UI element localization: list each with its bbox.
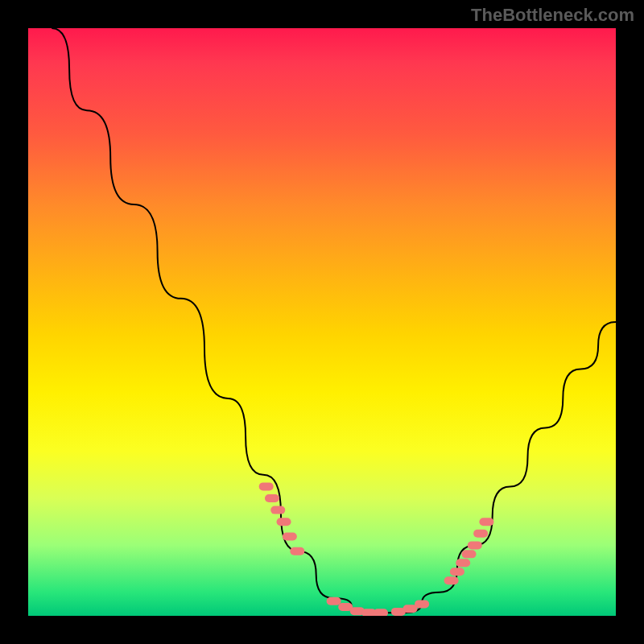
watermark-text: TheBottleneck.com — [471, 5, 634, 26]
data-marker — [283, 532, 297, 540]
data-marker — [374, 609, 388, 616]
data-marker — [473, 530, 488, 538]
data-markers — [259, 482, 494, 616]
data-marker — [450, 568, 464, 576]
data-marker — [270, 506, 285, 514]
data-marker — [290, 547, 304, 555]
data-marker — [444, 576, 459, 584]
data-marker — [462, 550, 477, 558]
data-marker — [468, 541, 482, 549]
data-marker — [277, 518, 291, 526]
bottleneck-curve — [52, 28, 616, 613]
data-marker — [415, 600, 429, 608]
data-marker — [327, 597, 341, 605]
data-marker — [456, 559, 470, 567]
data-marker — [479, 518, 493, 526]
data-marker — [259, 482, 274, 490]
data-marker — [265, 494, 279, 502]
plot-area — [28, 28, 616, 616]
chart-svg — [28, 28, 616, 616]
